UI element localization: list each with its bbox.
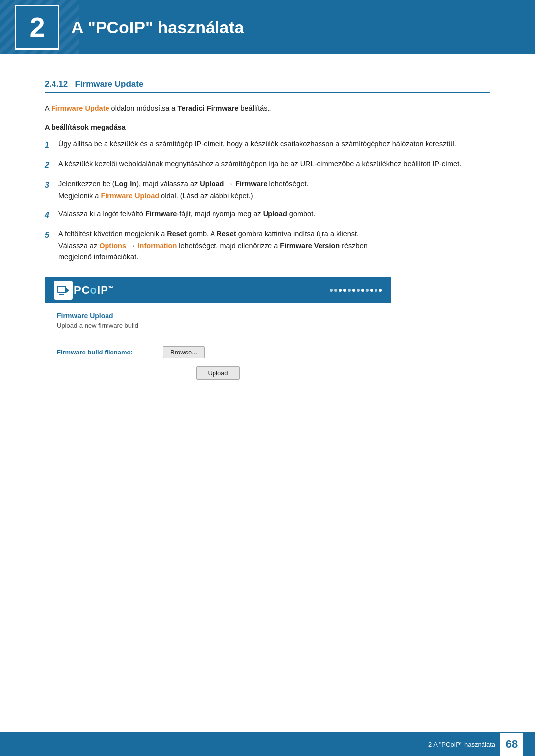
screenshot-content: Firmware Upload Upload a new firmware bu… <box>45 303 391 391</box>
step-4-content: Válassza ki a logót felváltó Firmware-fá… <box>58 208 490 220</box>
upload-btn-row: Upload <box>57 366 379 380</box>
dot-1 <box>330 289 333 292</box>
screenshot-box: PCoIP™ Firmware Upload Uplo <box>45 277 391 391</box>
dot-4 <box>343 289 346 292</box>
upload-bold: Upload <box>200 180 224 188</box>
pcoip-icon <box>54 281 73 300</box>
svg-rect-3 <box>59 294 64 295</box>
step-number-4: 4 <box>45 208 58 222</box>
section-title: Firmware Update <box>75 79 143 89</box>
intro-paragraph: A Firmware Update oldalon módosítsa a Te… <box>45 103 490 114</box>
dot-2 <box>334 289 337 292</box>
dot-12 <box>379 289 382 292</box>
pcoip-logo: PCoIP™ <box>54 281 114 300</box>
step-number-5: 5 <box>45 228 58 242</box>
teradici-firmware-text: Teradici Firmware <box>177 104 238 112</box>
list-item: 5 A feltöltést követően megjelenik a Res… <box>45 228 490 263</box>
firmware-bold: Firmware <box>235 180 267 188</box>
screenshot-topbar: PCoIP™ <box>45 277 391 303</box>
step-number-3: 3 <box>45 178 58 192</box>
list-item: 3 Jelentkezzen be (Log In), majd válassz… <box>45 178 490 201</box>
step-2-text: A készülék kezelői weboldalának megnyitá… <box>58 158 490 170</box>
upload-button[interactable]: Upload <box>196 366 239 380</box>
fw-label: Firmware build filename: <box>57 349 156 356</box>
footer-text: 2 A "PCoIP" használata <box>428 741 495 748</box>
upload-bold-4: Upload <box>263 210 287 218</box>
browse-button[interactable]: Browse... <box>163 346 205 358</box>
intro-text-after: beállítást. <box>238 104 271 112</box>
pcoip-svg-icon <box>56 283 70 297</box>
options-orange: Options <box>99 242 126 250</box>
firmware-bold-4: Firmware <box>145 210 177 218</box>
firmware-upload-orange: Firmware Upload <box>101 192 159 200</box>
dot-5 <box>348 289 351 292</box>
reset-bold-2: Reset <box>216 230 236 238</box>
information-orange: Information <box>138 242 177 250</box>
section-heading: 2.4.12 Firmware Update <box>45 79 490 93</box>
intro-text-before: A <box>45 104 51 112</box>
firmware-version-bold: Firmware Version <box>280 242 340 250</box>
step-number-2: 2 <box>45 158 58 172</box>
header-banner: 2 A "PCoIP" használata <box>0 0 535 54</box>
section-id: 2.4.12 <box>45 79 68 89</box>
dot-8 <box>361 289 364 292</box>
dot-11 <box>374 289 377 292</box>
subsection-heading: A beállítások megadása <box>45 123 490 131</box>
step-3-content: Jelentkezzen be (Log In), majd válassza … <box>58 178 490 201</box>
svg-rect-1 <box>58 287 65 292</box>
intro-text-middle: oldalon módosítsa a <box>109 104 178 112</box>
fw-upload-title: Firmware Upload <box>57 312 379 320</box>
chapter-number: 2 <box>29 13 45 41</box>
topbar-dots <box>330 289 382 292</box>
dot-3 <box>339 289 342 292</box>
dot-9 <box>366 289 369 292</box>
footer-page-number: 68 <box>500 733 523 756</box>
reset-bold-1: Reset <box>167 230 187 238</box>
fw-upload-subtitle: Upload a new firmware build <box>57 322 379 329</box>
dot-7 <box>357 289 360 292</box>
svg-marker-2 <box>66 288 69 293</box>
list-item: 2 A készülék kezelői weboldalának megnyi… <box>45 158 490 172</box>
dot-6 <box>352 289 355 292</box>
main-content: 2.4.12 Firmware Update A Firmware Update… <box>0 54 535 454</box>
step-number-1: 1 <box>45 138 58 151</box>
pcoip-tm: ™ <box>108 285 114 291</box>
pcoip-wordmark: PCoIP™ <box>74 284 114 297</box>
list-item: 1 Úgy állítsa be a készülék és a számító… <box>45 138 490 151</box>
page-footer: 2 A "PCoIP" használata 68 <box>0 732 535 756</box>
chapter-title: A "PCoIP" használata <box>71 18 244 37</box>
chapter-number-box: 2 <box>15 5 59 50</box>
fw-form-row: Firmware build filename: Browse... <box>57 346 379 358</box>
steps-list: 1 Úgy állítsa be a készülék és a számító… <box>45 138 490 263</box>
step-1-text: Úgy állítsa be a készülék és a számítógé… <box>58 138 490 150</box>
dot-10 <box>370 289 373 292</box>
step-5-content: A feltöltést követően megjelenik a Reset… <box>58 228 490 263</box>
list-item: 4 Válassza ki a logót felváltó Firmware-… <box>45 208 490 222</box>
log-in-bold: Log In <box>115 180 137 188</box>
firmware-update-link: Firmware Update <box>51 104 109 112</box>
